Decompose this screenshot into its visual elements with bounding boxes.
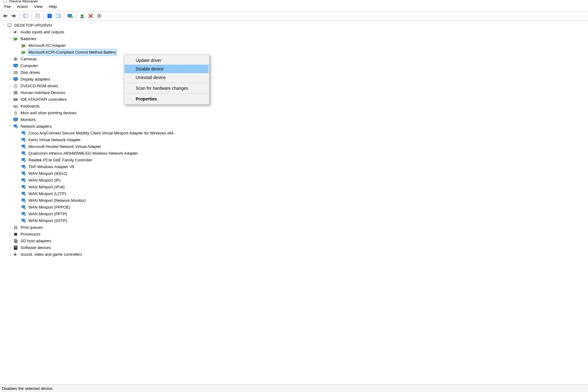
tree-device[interactable]: ›WAN Miniport (IPv6) (2, 184, 588, 190)
tree-device[interactable]: ›Qualcomm Atheros AR9485WB-EG Wireless N… (2, 150, 588, 157)
tree-category-computer[interactable]: ›Computer (2, 62, 588, 69)
menu-help[interactable]: Help (46, 3, 60, 10)
scan-hardware-button[interactable] (66, 12, 74, 20)
window-title: Device Manager (9, 0, 38, 2)
tree-device[interactable]: ›TAP-Windows Adapter V9 (2, 164, 588, 170)
expand-toggle[interactable]: › (8, 84, 12, 88)
expand-toggle[interactable]: › (8, 225, 12, 230)
ctx-update-driver[interactable]: Update driver (125, 56, 209, 65)
expand-toggle[interactable]: › (8, 104, 12, 108)
menu-action[interactable]: Action (14, 3, 31, 10)
tree-device[interactable]: ›Microsoft AC Adapter (2, 42, 588, 49)
svg-rect-24 (7, 24, 12, 26)
expand-toggle[interactable]: › (8, 246, 12, 250)
tree-category-network[interactable]: ˅Network adapters (2, 123, 588, 130)
svg-rect-23 (99, 14, 100, 16)
menu-view[interactable]: View (31, 3, 46, 10)
tree-device[interactable]: ›WAN Miniport (SSTP) (2, 217, 588, 224)
expand-toggle[interactable]: › (8, 118, 12, 122)
expand-toggle[interactable]: ˅ (8, 124, 12, 129)
svg-rect-5 (24, 14, 25, 18)
tree-category-display[interactable]: ›Display adapters (2, 76, 588, 83)
expand-toggle[interactable]: › (8, 91, 12, 95)
show-hide-tree-button[interactable] (22, 12, 30, 20)
tree-device[interactable]: ›WAN Miniport (PPTP) (2, 211, 588, 217)
tree-device[interactable]: ›WAN Miniport (PPPOE) (2, 204, 588, 211)
ctx-uninstall-device[interactable]: Uninstall device (125, 73, 209, 82)
tree-category-sd[interactable]: ›SD host adapters (2, 238, 588, 244)
tree-category-mice[interactable]: ›Mice and other pointing devices (2, 110, 588, 116)
tree-device[interactable]: ›WAN Miniport (Network Monitor) (2, 197, 588, 204)
battery-icon (21, 50, 26, 55)
tree-category-label: Disk drives (20, 69, 41, 76)
expand-toggle[interactable]: › (8, 30, 12, 34)
forward-arrow-icon (11, 13, 17, 18)
expand-toggle[interactable]: › (8, 239, 12, 243)
tree-category-ide[interactable]: ›IDE ATA/ATAPI controllers (2, 96, 588, 103)
network-icon (21, 164, 26, 170)
expand-toggle[interactable]: › (8, 77, 12, 81)
action-button[interactable] (54, 12, 62, 20)
svg-rect-93 (15, 228, 17, 229)
tree-category-dvd[interactable]: ›DVD/CD-ROM drives (2, 83, 588, 89)
expand-toggle[interactable]: › (8, 64, 12, 68)
tree-root[interactable]: ˅ DESKTOP-VPGI5VH (2, 22, 588, 29)
tree-category-disk[interactable]: ›Disk drives (2, 69, 588, 76)
tree-category-kbd[interactable]: ›Keyboards (2, 103, 588, 110)
disable-device-button[interactable] (95, 12, 103, 20)
tree-category-audio[interactable]: ›Audio inputs and outputs (2, 29, 588, 36)
tree-category-hid[interactable]: ›Human Interface Devices (2, 89, 588, 96)
enable-device-button[interactable] (78, 12, 86, 20)
tree-category-batteries[interactable]: ˅Batteries (2, 36, 588, 42)
tree-category-soft[interactable]: ›Software devices (2, 244, 588, 251)
help-button[interactable]: ? (46, 12, 54, 20)
expand-toggle[interactable]: › (8, 57, 12, 61)
tree-category-monitors[interactable]: ›Monitors (2, 116, 588, 123)
tree-device[interactable]: ›Cisco AnyConnect Secure Mobility Client… (2, 130, 588, 137)
toolbar-separator (20, 13, 20, 19)
expand-toggle[interactable]: › (8, 111, 12, 115)
expand-toggle[interactable]: ˅ (2, 23, 6, 28)
back-button[interactable] (1, 12, 9, 20)
tree-category-cameras[interactable]: ›Cameras (2, 56, 588, 62)
tree-category-print[interactable]: ›Print queues (2, 224, 588, 231)
tree-device[interactable]: ›WAN Miniport (L2TP) (2, 190, 588, 197)
tree-device[interactable]: ›Kerio Virtual Network Adapter (2, 137, 588, 143)
ctx-disable-device[interactable]: Disable device (125, 65, 209, 73)
tree-category-sound[interactable]: ›Sound, video and game controllers (2, 251, 588, 258)
expand-toggle[interactable]: › (8, 70, 12, 75)
svg-rect-70 (23, 154, 24, 155)
tree-device[interactable]: ›WAN Miniport (IKEv2) (2, 170, 588, 177)
cd-icon (13, 83, 18, 89)
disable-down-arrow-icon (97, 13, 102, 18)
device-tree[interactable]: ˅ DESKTOP-VPGI5VH ›Audio inputs and outp… (0, 21, 588, 385)
tree-category-proc[interactable]: ›Processors (2, 231, 588, 238)
svg-rect-87 (22, 212, 25, 214)
ctx-properties[interactable]: Properties (125, 95, 209, 103)
expand-toggle[interactable]: › (8, 232, 12, 236)
svg-rect-46 (14, 92, 17, 92)
svg-rect-86 (23, 208, 24, 209)
expand-toggle[interactable]: › (8, 252, 12, 257)
tree-device[interactable]: ›Microsoft Hosted Network Virtual Adapte… (2, 143, 588, 150)
tree-device[interactable]: ›WAN Miniport (IP) (2, 177, 588, 184)
expand-toggle[interactable]: › (8, 97, 12, 102)
tree-device[interactable]: ›Realtek PCIe GbE Family Controller (2, 157, 588, 164)
svg-rect-82 (23, 194, 24, 195)
svg-rect-3 (12, 15, 14, 17)
svg-rect-6 (36, 14, 40, 18)
svg-rect-100 (16, 239, 16, 240)
network-icon (21, 198, 26, 203)
forward-button[interactable] (10, 12, 18, 20)
svg-rect-76 (23, 174, 24, 175)
scan-monitor-icon (67, 13, 73, 18)
tree-category-label: Print queues (20, 224, 44, 231)
tree-device[interactable]: ›Microsoft ACPI-Compliant Control Method… (2, 49, 588, 56)
menu-file[interactable]: File (1, 3, 14, 10)
ctx-scan-hardware[interactable]: Scan for hardware changes (125, 84, 209, 92)
svg-rect-41 (13, 77, 18, 80)
uninstall-device-button[interactable] (87, 12, 95, 20)
properties-button[interactable] (34, 12, 42, 20)
expand-toggle[interactable]: ˅ (8, 37, 12, 41)
titlebar: Device Manager (0, 0, 588, 2)
